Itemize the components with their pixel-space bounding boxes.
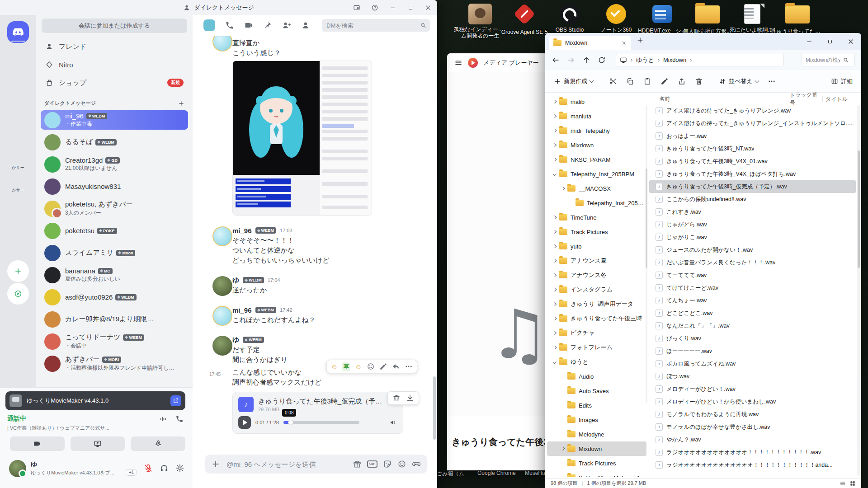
message-input[interactable] (226, 460, 347, 469)
add-reaction-icon[interactable] (367, 362, 375, 371)
message-avatar[interactable] (212, 276, 232, 296)
desktop-icon-folder-2[interactable]: きゅうり食ってた午後... (771, 4, 823, 34)
file-row[interactable]: ♪ アイス溶けるの待ってた_きゅうりアレンジ.wav (649, 104, 856, 117)
tree-chevron-icon[interactable] (553, 360, 557, 364)
gif-picker-icon[interactable]: GIF (367, 460, 377, 468)
file-row[interactable]: ♪ なんだこれ「」「」.wav (649, 319, 856, 332)
tree-item[interactable]: ピクチャ (547, 326, 646, 340)
desktop-icon-obs[interactable]: OBS Studio (543, 4, 596, 33)
download-attachment-icon[interactable] (406, 394, 414, 402)
file-row[interactable]: ♪ だいぶ音量バランス良くなった！！！.wav (649, 256, 856, 269)
tree-item[interactable]: midi_Telepathy (547, 123, 646, 138)
rename-button[interactable] (656, 74, 673, 89)
add-server-button[interactable] (7, 260, 29, 282)
file-row[interactable]: ♪ ぼつ.wav (649, 370, 856, 383)
activity-card[interactable]: ゆっくりMovieMaker v4.43.1.0 (5, 391, 185, 410)
tree-chevron-icon[interactable] (553, 331, 557, 335)
tree-item[interactable]: Mixdown (547, 138, 646, 152)
maximize-icon[interactable] (407, 5, 414, 11)
play-button[interactable] (238, 416, 251, 429)
tree-item[interactable]: maniuta (547, 109, 646, 123)
file-row[interactable]: ♪ てんちょー.wav (649, 294, 856, 307)
dm-item[interactable]: スライムアミサ Moon (41, 243, 188, 263)
file-row[interactable]: ♪ きゅうり食ってた午後3時_NT.wav (649, 142, 856, 155)
tree-item[interactable]: Track Pictures (547, 456, 646, 470)
dm-item[interactable]: poketetsu POKE (41, 221, 188, 240)
tree-chevron-icon[interactable] (561, 447, 565, 450)
tree-item[interactable]: YukkuriMovieMaker_v4 (547, 470, 646, 477)
chat-scrollbar[interactable] (433, 376, 436, 440)
list-scrollbar[interactable] (857, 105, 860, 476)
dm-item[interactable]: poketetsu, あずきバー 3人のメンバー (41, 199, 188, 218)
dm-search[interactable] (322, 19, 430, 32)
server-icon[interactable] (7, 44, 29, 66)
file-row[interactable]: ♪ やかん？.wav (649, 433, 856, 446)
tree-item[interactable]: フォトフレーム (547, 340, 646, 355)
tree-chevron-icon[interactable] (553, 244, 557, 248)
cut-button[interactable] (605, 74, 621, 89)
file-row[interactable]: ♪ おっはよー.wav (649, 130, 856, 142)
sidebar-item-nitro[interactable]: Nitro (41, 56, 188, 74)
tree-chevron-icon[interactable] (553, 143, 557, 147)
pinned-messages-icon[interactable] (263, 21, 272, 30)
attachment-image[interactable] (232, 61, 372, 216)
tree-chevron-icon[interactable] (553, 302, 557, 306)
forward-icon[interactable] (567, 56, 575, 64)
tree-item[interactable]: TimeTune (547, 210, 646, 225)
tree-chevron-icon[interactable] (561, 187, 565, 190)
tree-chevron-icon[interactable] (553, 273, 557, 277)
icons-view-icon[interactable] (849, 480, 856, 487)
server-icon[interactable]: かサー (7, 179, 29, 201)
tree-item[interactable]: Melodyne (547, 427, 646, 441)
tree-item[interactable]: きゅうり_調声用データ (547, 297, 646, 311)
voice-activity-icon[interactable] (159, 415, 167, 423)
dm-item[interactable]: asdf@yuto0926 WEBM (41, 287, 188, 307)
tree-item[interactable]: NKSC_PARAM (547, 152, 646, 167)
explore-servers-button[interactable] (7, 283, 29, 305)
tree-item[interactable]: Audio (547, 369, 646, 384)
emoji-picker-icon[interactable] (397, 460, 406, 469)
slider-handle[interactable] (288, 420, 293, 425)
message-avatar[interactable] (212, 336, 232, 356)
sticker-icon[interactable] (383, 460, 392, 469)
reply-icon[interactable] (392, 362, 400, 371)
desktop-icon-chrome[interactable]: Google Chrome (477, 470, 516, 476)
dm-item[interactable]: Creator13gd GD 21:00以降はいません (41, 155, 188, 174)
audio-progress-slider[interactable]: 0:08 (283, 421, 359, 424)
more-actions-icon[interactable] (405, 362, 413, 371)
new-tab-icon[interactable] (637, 37, 644, 44)
tree-item[interactable]: アナウンス夏 (547, 253, 646, 268)
popout-icon[interactable] (353, 4, 360, 11)
file-row[interactable]: ♪ てけてけこーど.wav (649, 282, 856, 294)
delete-button[interactable] (691, 74, 707, 89)
message-author[interactable]: ゆ (232, 276, 239, 285)
attachment-filename[interactable]: きゅうり食ってた午後3時_仮完成（予定）.wav (258, 397, 385, 406)
server-icon[interactable] (7, 225, 29, 246)
sidebar-item-shop[interactable]: ショップ 新規 (41, 74, 188, 92)
tree-item[interactable]: きゅうり食ってた午後三時 (547, 311, 646, 326)
discord-titlebar[interactable]: ダイレクトメッセージ (0, 0, 437, 15)
copy-button[interactable] (622, 74, 638, 89)
explorer-search-input[interactable] (805, 56, 841, 64)
upload-plus-icon[interactable] (211, 460, 220, 469)
refresh-icon[interactable] (598, 56, 606, 64)
tree-item[interactable]: yuto (547, 239, 646, 253)
message-avatar[interactable] (212, 306, 232, 326)
tree-chevron-icon[interactable] (553, 172, 557, 176)
message-author[interactable]: ゆ (232, 336, 239, 344)
sidebar-item-friends[interactable]: フレンド (41, 38, 188, 56)
video-call-icon[interactable] (244, 21, 253, 30)
delete-attachment-icon[interactable] (392, 394, 401, 402)
file-row[interactable]: ♪ メロディーがひどい！.wav (649, 383, 856, 395)
tree-chevron-icon[interactable] (553, 288, 557, 291)
tree-chevron-icon[interactable] (553, 346, 557, 349)
close-button[interactable] (840, 33, 861, 50)
voice-call-icon[interactable] (225, 21, 234, 30)
audio-attachment-card[interactable]: ♪ きゅうり食ってた午後3時_仮完成（予定）.wav 29.70 MB 0:01… (232, 392, 403, 434)
breadcrumb[interactable]: › ゆうと › Mixdown › (616, 54, 784, 66)
tree-item[interactable]: Auto Saves (547, 384, 646, 398)
tree-chevron-icon[interactable] (553, 259, 557, 263)
file-row[interactable]: ♪ ラジオオオオオオオオオオオオオ！！！！！！！！！！！anda... (649, 459, 856, 471)
file-row[interactable]: ♪ メロディーがひどい！から使いまわし.wav (649, 395, 856, 408)
file-row[interactable]: ♪ ジュースのふたが開かない！.wav (649, 244, 856, 256)
